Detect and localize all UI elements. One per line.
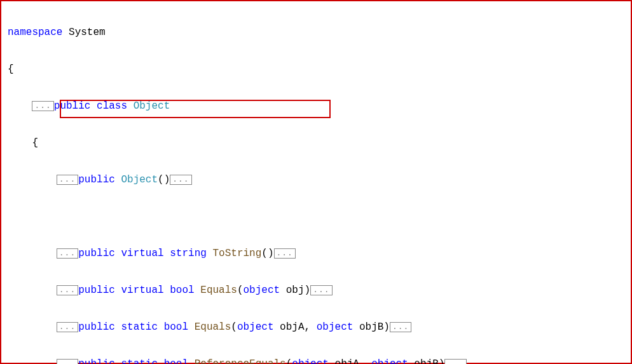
kw-virtual: virtual (121, 248, 163, 259)
equals1-line: ...public virtual bool Equals(object obj… (8, 281, 624, 300)
ctor-parens: () (158, 174, 170, 185)
kw-namespace: namespace (8, 27, 62, 38)
collapse-icon[interactable]: ... (274, 248, 296, 259)
method-refeq: ReferenceEquals (195, 358, 286, 364)
method-tostring: ToString (212, 248, 261, 259)
ns-line: namespace System (8, 24, 624, 42)
collapse-icon[interactable]: ... (57, 175, 78, 185)
collapse-icon[interactable]: ... (57, 285, 78, 295)
code-editor-frame: namespace System { ...public class Objec… (0, 0, 632, 364)
kw-public: public (78, 248, 115, 259)
collapse-icon[interactable]: ... (57, 322, 78, 332)
tostring-line: ...public virtual string ToString()... (8, 245, 624, 263)
refeq-line: ...public static bool ReferenceEquals(ob… (8, 355, 624, 364)
blank-line (8, 208, 624, 226)
collapse-icon[interactable]: ... (32, 101, 53, 111)
parens: () (261, 248, 273, 259)
ctor-line: ...public Object()... (8, 171, 624, 189)
collapse-icon[interactable]: ... (170, 175, 191, 185)
equals2-line: ...public static bool Equals(object objA… (8, 318, 624, 337)
collapse-icon[interactable]: ... (390, 322, 411, 332)
collapse-icon[interactable]: ... (57, 248, 78, 259)
kw-class: class (97, 100, 127, 112)
kw-public: public (78, 174, 115, 185)
class-name: Object (134, 100, 170, 112)
brace-open-class: { (8, 134, 624, 152)
method-equals-static: Equals (195, 321, 231, 333)
collapse-icon[interactable]: ... (310, 285, 332, 295)
ns-name: System (69, 27, 106, 38)
collapse-icon[interactable]: ... (444, 359, 466, 364)
kw-public: public (54, 100, 91, 112)
class-decl-line: ...public class Object (8, 97, 624, 116)
collapse-icon[interactable]: ... (57, 359, 78, 364)
kw-string: string (170, 248, 207, 259)
ctor-name: Object (121, 174, 158, 185)
brace-open-ns: { (8, 60, 624, 79)
code-block: namespace System { ...public class Objec… (8, 5, 624, 364)
method-equals: Equals (200, 285, 237, 296)
ns-space (62, 27, 69, 38)
